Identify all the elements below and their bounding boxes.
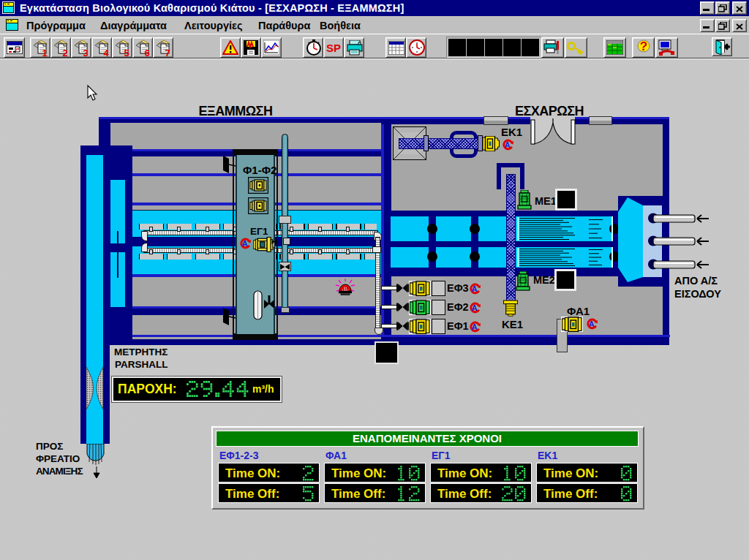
svg-text:?: ? [640,39,647,53]
svg-text:A: A [589,319,595,328]
svg-text:7: 7 [165,48,170,57]
svg-text:6: 6 [144,48,149,57]
svg-text:A: A [472,284,478,293]
svg-text:A: A [242,239,248,248]
svg-text:A: A [505,140,511,149]
svg-text:3: 3 [83,48,88,57]
svg-text:2: 2 [62,48,67,57]
svg-text:A: A [472,322,478,331]
svg-text:4: 4 [103,48,109,57]
svg-text:5: 5 [124,48,129,57]
svg-text:A: A [472,303,478,312]
svg-text:1: 1 [42,48,47,57]
